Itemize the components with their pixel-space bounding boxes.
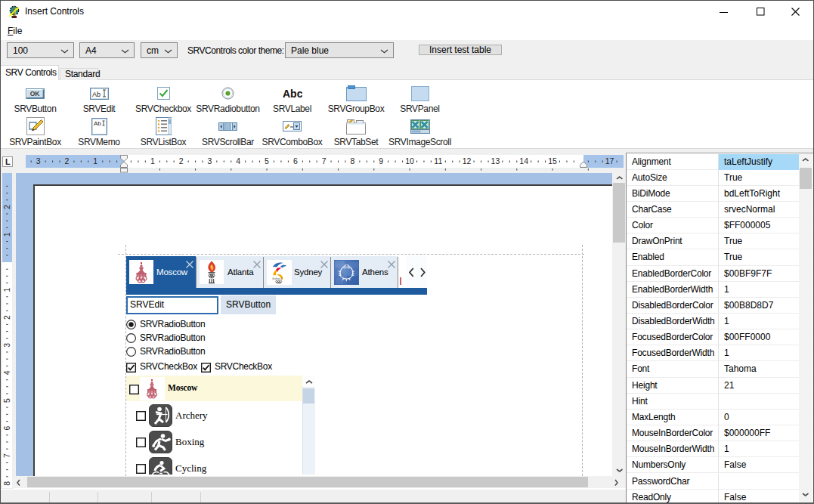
svg-text:2: 2 [2, 315, 11, 320]
svg-text:5: 5 [2, 398, 11, 403]
svg-text:7: 7 [2, 453, 11, 458]
svg-text:1: 1 [150, 156, 155, 165]
svg-text:2: 2 [2, 205, 11, 209]
svg-text:3: 3 [36, 156, 41, 165]
svg-text:11: 11 [434, 156, 442, 165]
svg-text:8: 8 [2, 481, 11, 486]
svg-text:9: 9 [379, 156, 383, 165]
svg-text:6: 6 [2, 426, 11, 431]
svg-text:1: 1 [2, 288, 11, 292]
svg-text:Abc: Abc [283, 88, 302, 99]
svg-text:3: 3 [2, 343, 11, 348]
svg-text:14: 14 [519, 156, 528, 165]
svg-text:1: 1 [2, 232, 11, 237]
svg-text:1: 1 [93, 156, 97, 165]
svg-text:13: 13 [491, 156, 500, 165]
svg-text:8: 8 [350, 156, 354, 165]
svg-text:Ab: Ab [92, 90, 101, 97]
svg-text:15: 15 [548, 156, 557, 165]
svg-text:4: 4 [236, 156, 240, 165]
svg-text:2: 2 [64, 156, 69, 165]
svg-text:5: 5 [265, 156, 269, 165]
svg-text:17: 17 [605, 156, 614, 165]
svg-text:6: 6 [293, 156, 298, 165]
svg-text:7: 7 [322, 156, 327, 165]
svg-text:4: 4 [2, 370, 11, 375]
svg-text:10: 10 [405, 156, 414, 165]
svg-text:Ab: Ab [94, 120, 101, 127]
svg-text:Sydney 2: Sydney 2 [272, 277, 283, 280]
svg-text:OK: OK [30, 90, 41, 97]
svg-text:2: 2 [179, 156, 184, 165]
svg-text:12: 12 [463, 156, 472, 165]
svg-text:3: 3 [207, 156, 212, 165]
